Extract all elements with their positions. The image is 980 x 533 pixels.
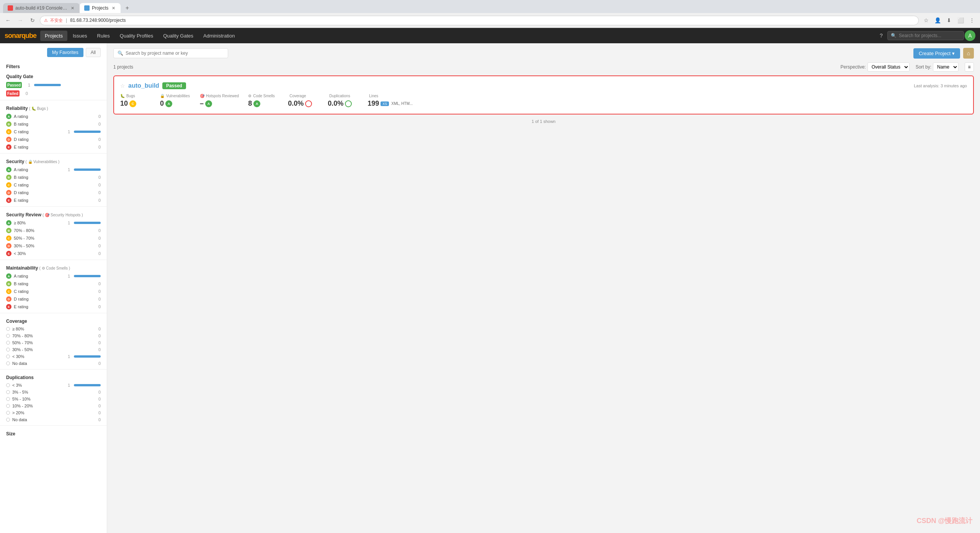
security-b[interactable]: B B rating 0 <box>0 173 107 181</box>
security-review-e[interactable]: E < 30% 0 <box>0 250 107 257</box>
profile-button[interactable]: 👤 <box>933 15 942 25</box>
maintainability-b-icon: B <box>6 281 11 286</box>
dup-10-20[interactable]: 10% - 20% 0 <box>0 402 107 409</box>
security-c-label: C rating <box>14 183 92 187</box>
dup-no-data-radio[interactable] <box>6 418 10 422</box>
reliability-c[interactable]: C C rating 1 <box>0 128 107 136</box>
dup-5-10[interactable]: 5% - 10% 0 <box>0 396 107 402</box>
security-review-b[interactable]: B 70% - 80% 0 <box>0 227 107 234</box>
security-d[interactable]: D D rating 0 <box>0 189 107 196</box>
maintainability-b[interactable]: B B rating 0 <box>0 280 107 288</box>
bookmark-button[interactable]: ☆ <box>921 15 931 25</box>
vuln-value: 0 <box>160 100 164 108</box>
reliability-e[interactable]: E E rating 0 <box>0 143 107 151</box>
header-search-input[interactable] <box>899 33 960 38</box>
coverage-80[interactable]: ≥ 80% 0 <box>0 325 107 332</box>
tab-new-button[interactable]: + <box>122 3 132 13</box>
security-d-icon: D <box>6 190 11 195</box>
coverage-70-80-radio[interactable] <box>6 334 10 338</box>
vuln-badge: A <box>165 100 172 107</box>
project-search-box[interactable]: 🔍 <box>113 48 228 58</box>
coverage-50-70-radio[interactable] <box>6 341 10 345</box>
maintainability-c[interactable]: C C rating 0 <box>0 288 107 295</box>
nav-projects[interactable]: Projects <box>40 31 67 41</box>
header-user-button[interactable]: A <box>965 30 975 41</box>
list-view-button[interactable]: ≡ <box>965 62 974 72</box>
maintainability-section-title: Maintainability ( ⚙ Code Smells ) <box>0 262 107 272</box>
filter-row-failed[interactable]: Failed 0 <box>0 89 107 98</box>
reliability-d[interactable]: D D rating 0 <box>0 136 107 143</box>
tab-jenkins[interactable]: auto-build #19 Console [Jen... ✕ <box>3 3 80 13</box>
reliability-b-count: 0 <box>95 122 101 126</box>
security-a[interactable]: A A rating 1 <box>0 166 107 173</box>
dup-3-5-radio[interactable] <box>6 390 10 394</box>
tab-close-jenkins[interactable]: ✕ <box>70 5 75 11</box>
filter-row-passed[interactable]: Passed 1 <box>0 81 107 89</box>
forward-button[interactable]: → <box>15 15 25 25</box>
dup-lt-3-radio[interactable] <box>6 383 10 387</box>
perspective-select[interactable]: Perspective: Overall Status <box>841 62 910 72</box>
coverage-80-radio[interactable] <box>6 327 10 331</box>
coverage-30-50[interactable]: 30% - 50% 0 <box>0 346 107 353</box>
back-button[interactable]: ← <box>3 15 13 25</box>
maintainability-e[interactable]: E E rating 0 <box>0 303 107 311</box>
create-project-button[interactable]: Create Project ▾ <box>913 48 960 59</box>
help-button[interactable]: ? <box>876 30 887 41</box>
reliability-b[interactable]: B B rating 0 <box>0 120 107 128</box>
dup-metric-label: Duplications <box>329 94 350 98</box>
header-search[interactable]: 🔍 <box>887 31 964 40</box>
metric-lines-value-row: 199 XS XML, HTM... <box>368 100 413 108</box>
maintainability-a[interactable]: A A rating 1 <box>0 272 107 280</box>
coverage-lt-30-label: < 30% <box>12 354 62 359</box>
coverage-no-data[interactable]: No data 0 <box>0 360 107 367</box>
security-review-a-bar <box>74 222 101 224</box>
coverage-lt-30-radio[interactable] <box>6 355 10 358</box>
reload-button[interactable]: ↻ <box>28 15 38 25</box>
address-input[interactable] <box>70 18 915 23</box>
home-button[interactable]: ⌂ <box>963 48 974 59</box>
create-project-dropdown-icon: ▾ <box>952 51 955 56</box>
project-name[interactable]: auto_build <box>128 82 159 89</box>
dup-lt-3-label: < 3% <box>12 383 62 387</box>
nav-rules[interactable]: Rules <box>93 31 114 41</box>
coverage-no-data-radio[interactable] <box>6 361 10 365</box>
project-search-input[interactable] <box>126 51 217 56</box>
dup-5-10-radio[interactable] <box>6 397 10 401</box>
security-review-a[interactable]: A ≥ 80% 1 <box>0 219 107 227</box>
coverage-30-50-radio[interactable] <box>6 348 10 352</box>
dup-no-data[interactable]: No data 0 <box>0 416 107 423</box>
app-button[interactable]: ⬜ <box>956 15 965 25</box>
tab-close-projects[interactable]: ✕ <box>111 5 116 11</box>
security-review-d[interactable]: D 30% - 50% 0 <box>0 242 107 250</box>
coverage-70-80[interactable]: 70% - 80% 0 <box>0 332 107 339</box>
address-bar[interactable]: ⚠ 不安全 | <box>40 16 919 25</box>
dup-3-5[interactable]: 3% - 5% 0 <box>0 389 107 396</box>
dup-gt-20-radio[interactable] <box>6 411 10 415</box>
reliability-c-icon: C <box>6 129 11 134</box>
coverage-lt-30[interactable]: < 30% 1 <box>0 353 107 360</box>
tab-projects[interactable]: Projects ✕ <box>80 3 121 13</box>
nav-administration[interactable]: Administration <box>199 31 239 41</box>
security-review-b-count: 0 <box>95 228 101 233</box>
nav-quality-profiles[interactable]: Quality Profiles <box>115 31 158 41</box>
dup-10-20-radio[interactable] <box>6 404 10 408</box>
filter-tab-all[interactable]: All <box>86 48 101 57</box>
nav-issues[interactable]: Issues <box>68 31 92 41</box>
security-review-c[interactable]: C 50% - 70% 0 <box>0 234 107 242</box>
security-e[interactable]: E E rating 0 <box>0 196 107 204</box>
nav-quality-gates[interactable]: Quality Gates <box>158 31 198 41</box>
coverage-80-count: 0 <box>95 327 101 331</box>
dup-lt-3[interactable]: < 3% 1 <box>0 382 107 389</box>
project-star-icon[interactable]: ☆ <box>120 83 125 89</box>
maintainability-d[interactable]: D D rating 0 <box>0 295 107 303</box>
reliability-a[interactable]: A A rating 0 <box>0 113 107 120</box>
filter-tab-favorites[interactable]: My Favorites <box>47 48 83 57</box>
dup-gt-20[interactable]: > 20% 0 <box>0 409 107 416</box>
sort-select[interactable]: Sort by: Name <box>916 62 959 72</box>
menu-button[interactable]: ⋮ <box>967 15 977 25</box>
perspective-dropdown[interactable]: Overall Status <box>867 62 910 72</box>
security-c[interactable]: C C rating 0 <box>0 181 107 189</box>
sort-dropdown[interactable]: Name <box>933 62 959 72</box>
coverage-50-70[interactable]: 50% - 70% 0 <box>0 339 107 346</box>
download-button[interactable]: ⬇ <box>944 15 954 25</box>
